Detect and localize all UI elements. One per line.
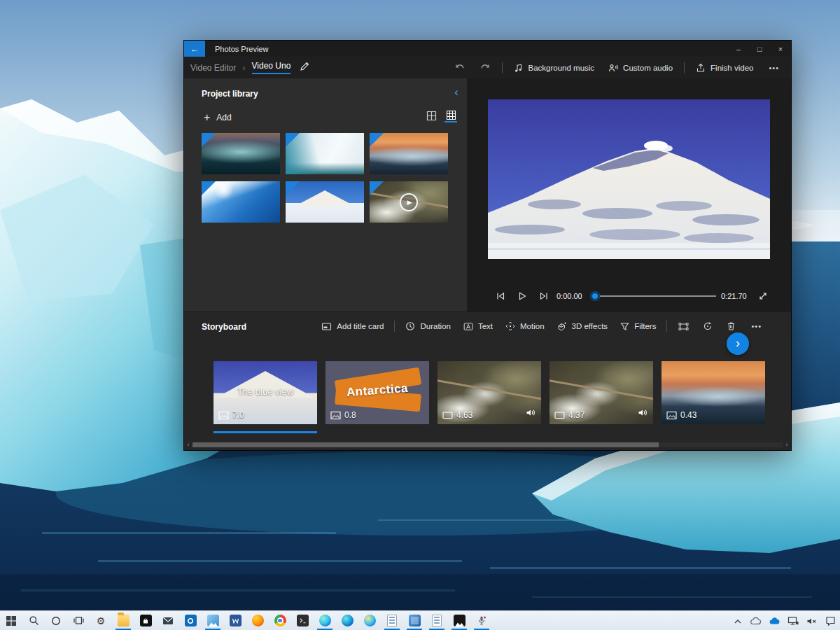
legacy-app-button[interactable] — [381, 611, 403, 630]
breadcrumb: Video Editor › Video Uno — [190, 57, 310, 78]
image-app-icon — [454, 615, 465, 626]
seek-slider[interactable] — [592, 291, 716, 301]
close-button[interactable]: × — [770, 41, 791, 57]
scroll-clips-right-button[interactable]: › — [727, 332, 749, 355]
storyboard-panel: Storyboard Add title card Duration Text — [184, 312, 791, 450]
breadcrumb-project-name[interactable]: Video Uno — [252, 61, 291, 74]
network-icon[interactable] — [788, 616, 799, 626]
finish-video-button[interactable]: Finish video — [689, 59, 760, 77]
settings-button[interactable]: ⚙ — [90, 611, 112, 630]
seek-track[interactable] — [592, 295, 716, 297]
duration-button[interactable]: Duration — [399, 317, 456, 335]
edge-canary-button[interactable] — [358, 611, 381, 630]
breadcrumb-video-editor[interactable]: Video Editor — [190, 63, 236, 73]
library-thumbnail[interactable] — [202, 133, 280, 174]
delete-button[interactable] — [720, 321, 743, 331]
redo-button[interactable] — [472, 63, 498, 73]
mail-icon — [162, 617, 174, 625]
large-grid-view-button[interactable] — [425, 110, 438, 122]
seek-thumb[interactable] — [590, 291, 600, 301]
next-frame-button[interactable] — [533, 291, 554, 301]
top-toolbar: Background music Custom audio Finish vid… — [447, 57, 788, 78]
scrollbar-right-arrow[interactable]: › — [783, 442, 791, 448]
onedrive-personal-icon[interactable] — [750, 617, 761, 625]
file-explorer-button[interactable] — [112, 611, 134, 630]
library-thumbnail-video[interactable]: ▶ — [370, 181, 448, 223]
scrollbar-thumb[interactable] — [192, 442, 659, 447]
undo-button[interactable] — [447, 63, 472, 73]
video-icon — [442, 411, 453, 419]
action-center-icon[interactable] — [825, 616, 836, 626]
library-thumbnail[interactable] — [286, 133, 364, 174]
library-thumbnail[interactable] — [286, 181, 364, 223]
background-music-button[interactable]: Background music — [507, 59, 601, 77]
legacy-app2-button[interactable] — [426, 611, 448, 630]
edge-beta-button[interactable] — [336, 611, 358, 630]
outlook-button[interactable] — [179, 611, 202, 630]
library-thumbnail[interactable] — [202, 181, 280, 223]
play-button[interactable] — [512, 291, 533, 301]
3d-effects-button[interactable]: 3D effects — [551, 317, 615, 335]
scrollbar-left-arrow[interactable]: ‹ — [184, 442, 192, 448]
add-media-button[interactable]: + Add — [204, 111, 232, 124]
storyboard-clip-4[interactable]: 4.37 — [550, 361, 653, 424]
firefox-button[interactable] — [246, 611, 269, 630]
task-view-button[interactable] — [67, 611, 90, 630]
edge-beta-icon — [342, 615, 354, 626]
video-preview-panel: 0:00.00 0:21.70 — [467, 78, 791, 312]
task-view-icon — [74, 616, 84, 625]
photos-legacy-button[interactable] — [448, 611, 470, 630]
audio-on-icon[interactable] — [638, 407, 648, 420]
motion-button[interactable]: Motion — [499, 317, 551, 335]
current-time: 0:00.00 — [556, 292, 582, 300]
storyboard-clip-5[interactable]: 0.43 — [662, 361, 765, 424]
display-app-button[interactable] — [403, 611, 426, 630]
resize-button[interactable] — [671, 322, 696, 331]
add-title-card-button[interactable]: Add title card — [315, 317, 390, 335]
storyboard-clip-1[interactable]: The blue view 7.0 — [214, 361, 317, 424]
back-icon: ← — [190, 44, 199, 54]
added-corner-icon — [286, 181, 300, 195]
storyboard-clip-2[interactable]: Antarctica 0.8 — [326, 361, 429, 424]
onedrive-business-icon[interactable] — [769, 617, 780, 625]
video-preview[interactable] — [488, 99, 770, 259]
volume-muted-icon[interactable] — [806, 617, 818, 626]
back-button[interactable]: ← — [184, 41, 205, 57]
storyboard-clip-3[interactable]: 4.63 — [438, 361, 541, 424]
folder-icon — [118, 615, 130, 626]
collapse-panel-button[interactable]: ‹ — [454, 86, 458, 98]
photos-app-button[interactable] — [202, 611, 224, 630]
more-options-button[interactable]: ••• — [760, 64, 788, 72]
maximize-button[interactable]: □ — [749, 41, 770, 57]
filters-button[interactable]: Filters — [614, 317, 662, 335]
scrollbar-track[interactable] — [192, 442, 783, 447]
microsoft-store-button[interactable] — [134, 611, 157, 630]
rotate-button[interactable] — [696, 321, 720, 331]
search-button[interactable] — [22, 611, 45, 630]
fullscreen-button[interactable] — [752, 291, 774, 301]
cortana-icon — [51, 616, 61, 626]
small-grid-view-button[interactable] — [444, 110, 457, 122]
text-button[interactable]: Text — [457, 317, 499, 335]
mail-button[interactable] — [157, 611, 179, 630]
start-button[interactable] — [0, 611, 22, 630]
cortana-button[interactable] — [45, 611, 67, 630]
storyboard-more-button[interactable]: ••• — [743, 322, 770, 330]
window-title: Photos Preview — [215, 45, 268, 53]
plus-icon: + — [204, 111, 210, 124]
storyboard-scrollbar[interactable]: ‹ › — [184, 442, 791, 448]
voice-recorder-button[interactable] — [470, 611, 493, 630]
custom-audio-button[interactable]: Custom audio — [601, 59, 680, 77]
rename-pencil-icon[interactable] — [300, 61, 310, 74]
library-thumbnail[interactable] — [370, 133, 448, 174]
added-corner-icon — [202, 181, 216, 195]
edge-button[interactable] — [314, 611, 336, 630]
previous-frame-button[interactable] — [490, 291, 511, 301]
chrome-button[interactable] — [269, 611, 291, 630]
word-button[interactable] — [224, 611, 246, 630]
audio-on-icon[interactable] — [526, 407, 536, 420]
taskbar: ⚙ — [0, 610, 840, 630]
terminal-button[interactable] — [291, 611, 314, 630]
show-hidden-icons-chevron[interactable] — [734, 618, 742, 624]
minimize-button[interactable]: – — [728, 41, 749, 57]
